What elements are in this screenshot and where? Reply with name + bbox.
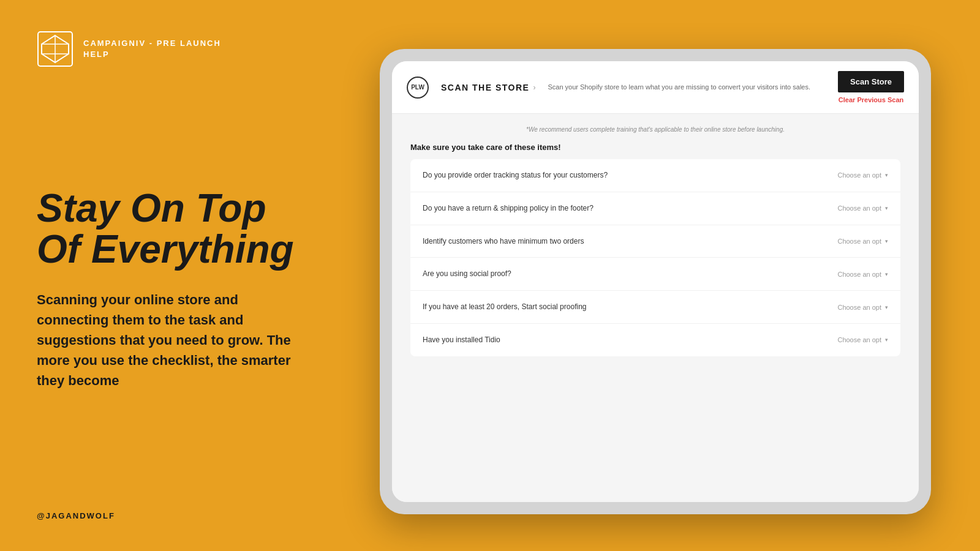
content-area: *We recommend users complete training th…: [392, 114, 919, 502]
logo-area: CAMPAIGNIV - PRE LAUNCH HELP: [37, 31, 294, 67]
chevron-down-icon: ▾: [885, 172, 888, 178]
scan-bar-description: Scan your Shopify store to learn what yo…: [548, 83, 826, 92]
checklist-item: Are you using social proof? Choose an op…: [410, 258, 900, 291]
checklist-question: Identify customers who have minimum two …: [423, 236, 809, 247]
tablet-frame: PLW SCAN THE STORE › Scan your Shopify s…: [380, 49, 931, 514]
checklist-question: Do you provide order tracking status for…: [423, 170, 809, 181]
checklist-item: If you have at least 20 orders, Start so…: [410, 291, 900, 324]
checklist-item: Do you have a return & shipping policy i…: [410, 192, 900, 225]
chevron-down-icon: ▾: [885, 271, 888, 277]
checklist-question: Are you using social proof?: [423, 269, 809, 279]
hero-text-area: Stay On Top Of Everything Scanning your …: [37, 67, 294, 511]
tablet-screen: PLW SCAN THE STORE › Scan your Shopify s…: [392, 61, 919, 502]
scan-bar-title: SCAN THE STORE: [441, 83, 529, 92]
checklist-question: Have you installed Tidio: [423, 335, 809, 345]
scan-bar-title-group: SCAN THE STORE ›: [441, 83, 535, 92]
chevron-down-icon: ▾: [885, 337, 888, 343]
section-title: Make sure you take care of these items!: [410, 143, 900, 152]
scan-bar-actions: Scan Store Clear Previous Scan: [838, 71, 904, 103]
checklist-question: Do you have a return & shipping policy i…: [423, 203, 809, 214]
plw-logo: PLW: [407, 77, 429, 99]
chevron-down-icon: ▾: [885, 238, 888, 244]
hero-body: Scanning your online store and connectin…: [37, 290, 294, 391]
dropdown-1[interactable]: Choose an opt ▾: [821, 204, 888, 212]
hero-heading: Stay On Top Of Everything: [37, 188, 294, 270]
brand-name: CAMPAIGNIV - PRE LAUNCH HELP: [83, 38, 221, 60]
checklist-item: Do you provide order tracking status for…: [410, 159, 900, 192]
social-handle: @JAGANDWOLF: [37, 511, 294, 520]
scan-store-button[interactable]: Scan Store: [838, 71, 904, 92]
left-panel: CAMPAIGNIV - PRE LAUNCH HELP Stay On Top…: [0, 0, 331, 551]
chevron-down-icon: ▾: [885, 304, 888, 310]
dropdown-5[interactable]: Choose an opt ▾: [821, 336, 888, 343]
dropdown-2[interactable]: Choose an opt ▾: [821, 238, 888, 245]
chevron-down-icon: ▾: [885, 205, 888, 211]
clear-scan-link[interactable]: Clear Previous Scan: [839, 96, 903, 103]
checklist-container: Do you provide order tracking status for…: [410, 159, 900, 356]
dropdown-3[interactable]: Choose an opt ▾: [821, 271, 888, 278]
checklist-question: If you have at least 20 orders, Start so…: [423, 302, 809, 312]
checklist-item: Have you installed Tidio Choose an opt ▾: [410, 324, 900, 356]
dropdown-0[interactable]: Choose an opt ▾: [821, 171, 888, 179]
dropdown-4[interactable]: Choose an opt ▾: [821, 304, 888, 311]
right-panel: PLW SCAN THE STORE › Scan your Shopify s…: [331, 0, 980, 551]
recommendation-note: *We recommend users complete training th…: [410, 126, 900, 133]
scan-bar-arrow: ›: [533, 83, 535, 92]
scan-bar: PLW SCAN THE STORE › Scan your Shopify s…: [392, 61, 919, 114]
checklist-item: Identify customers who have minimum two …: [410, 225, 900, 258]
brand-logo-icon: [37, 31, 74, 67]
